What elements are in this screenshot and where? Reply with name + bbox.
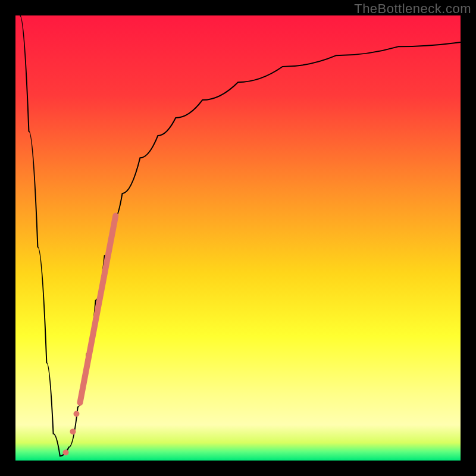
watermark-text: TheBottleneck.com <box>354 1 471 17</box>
bottleneck-curve <box>20 15 461 456</box>
highlight-segment <box>80 216 115 403</box>
chart-container: TheBottleneck.com <box>0 0 476 476</box>
highlight-dot <box>63 450 69 456</box>
highlight-dot <box>70 428 76 434</box>
plot-area <box>15 15 461 461</box>
curve-svg <box>15 15 461 461</box>
highlight-dot <box>73 411 79 416</box>
